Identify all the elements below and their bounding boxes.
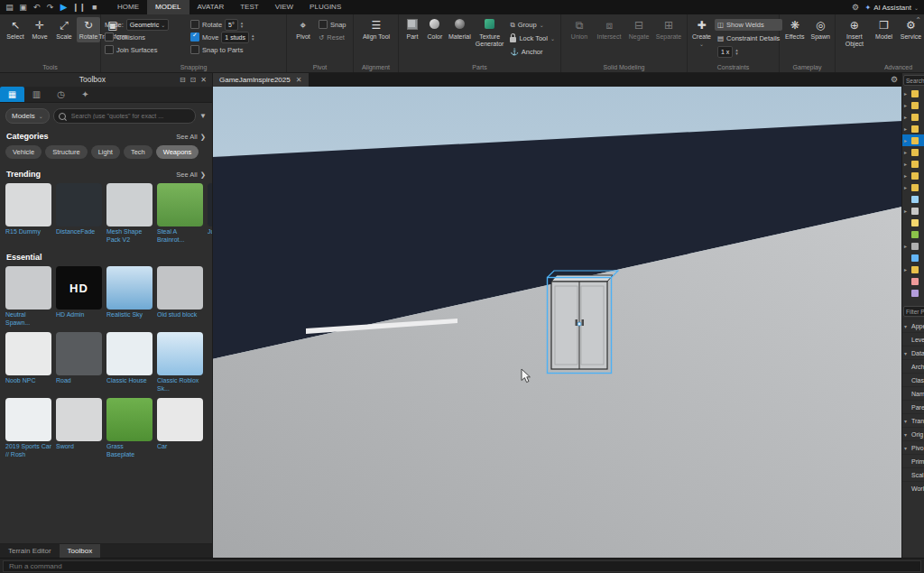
explorer-row[interactable]: ▸ <box>902 158 924 170</box>
model-button[interactable]: ❒ Model <box>873 17 896 42</box>
ai-assistant-button[interactable]: ✦ AI Assistant ⌄ <box>864 4 919 12</box>
category-pill-tech[interactable]: Tech <box>124 145 152 159</box>
expand-arrow-icon[interactable]: ▾ <box>904 418 910 424</box>
explorer-row[interactable]: ▸ <box>902 88 924 99</box>
toolbox-search-field[interactable] <box>53 108 196 124</box>
trending-item-steal-a-brainrot[interactable]: Steal A Brainrot... <box>157 183 203 245</box>
insert-object-button[interactable]: ⊕ Insert Object <box>839 17 870 49</box>
place-tab[interactable]: GameJamInspire2025 ✕ <box>212 72 309 87</box>
expand-arrow-icon[interactable]: ▸ <box>904 137 910 143</box>
dock-tab-toolbox[interactable]: Toolbox <box>60 544 101 559</box>
close-icon[interactable]: ✕ <box>200 76 207 84</box>
property-row-prim[interactable]: Prim <box>902 454 924 467</box>
expand-arrow-icon[interactable]: ▸ <box>904 102 910 108</box>
move-snap-stepper[interactable]: ▴▾ <box>252 33 254 41</box>
trending-item-distancefade[interactable]: DistanceFade <box>56 183 102 245</box>
expand-arrow-icon[interactable]: ▸ <box>904 243 910 249</box>
save-icon[interactable]: ▣ <box>18 0 28 14</box>
explorer-row[interactable]: ▸ <box>902 134 924 146</box>
union-button[interactable]: ⧉Union <box>565 17 594 42</box>
explorer-row[interactable]: ▸ <box>902 181 924 193</box>
explorer-row[interactable] <box>902 287 924 299</box>
pivot-button[interactable]: ⌖ Pivot <box>291 17 316 42</box>
spawn-button[interactable]: ◎ Spawn <box>809 17 833 42</box>
collisions-checkbox[interactable] <box>105 32 114 42</box>
property-row-appe[interactable]: ▾Appe <box>902 319 924 332</box>
expand-arrow-icon[interactable]: ▸ <box>904 125 910 132</box>
explorer-row[interactable] <box>902 193 924 205</box>
play-icon[interactable]: ▶ <box>59 0 69 14</box>
category-pill-vehicle[interactable]: Vehicle <box>5 145 42 159</box>
color-button[interactable]: Color <box>425 17 445 42</box>
float-icon[interactable]: ⊡ <box>190 76 197 84</box>
trending-item-r15-dummy[interactable]: R15 Dummy <box>5 183 51 245</box>
collapse-ribbon-icon[interactable]: ⌃ <box>915 16 921 24</box>
category-pill-structure[interactable]: Structure <box>45 145 87 159</box>
anchor-button[interactable]: ⚓ Anchor <box>507 46 558 58</box>
align-tool-button[interactable]: ☰ Align Tool <box>357 17 395 42</box>
essential-item-grass-baseplate[interactable]: Grass Baseplate <box>106 398 152 459</box>
essential-item-noob-npc[interactable]: Noob NPC <box>5 332 51 393</box>
toolbox-tab-inventory[interactable]: ▥ <box>24 87 49 102</box>
menu-tab-model[interactable]: MODEL <box>147 0 189 14</box>
essential-item-classic-house[interactable]: Classic House <box>106 332 152 393</box>
models-dropdown[interactable]: Models ⌄ <box>5 108 50 124</box>
constraint-scale-input[interactable]: 1 x <box>717 46 733 58</box>
show-welds-toggle[interactable]: ◫ Show Welds <box>715 19 782 31</box>
dock-icon[interactable]: ⊟ <box>180 76 186 84</box>
lock-tool-button[interactable]: Lock Tool ⌄ <box>507 32 558 44</box>
categories-see-all-link[interactable]: See All ❯ <box>176 133 206 141</box>
explorer-row[interactable] <box>902 275 924 287</box>
property-row-leve[interactable]: Leve <box>902 332 924 346</box>
essential-item-sword[interactable]: Sword <box>56 398 102 459</box>
explorer-row[interactable]: ▸ <box>902 146 924 158</box>
settings-gear-icon[interactable]: ⚙ <box>852 3 859 12</box>
select-button[interactable]: ↖Select <box>4 17 27 42</box>
property-row-pivo[interactable]: ▾Pivo <box>902 440 924 454</box>
effects-button[interactable]: ❋ Effects <box>783 17 807 42</box>
rotate-snap-checkbox[interactable] <box>190 20 199 29</box>
3d-scene[interactable] <box>212 87 902 559</box>
explorer-row[interactable]: ▸ <box>902 263 924 275</box>
dock-tab-terrain-editor[interactable]: Terrain Editor <box>0 544 60 559</box>
explorer-row[interactable] <box>902 228 924 240</box>
expand-arrow-icon[interactable]: ▸ <box>904 184 910 190</box>
selected-door-model[interactable] <box>548 271 619 374</box>
expand-arrow-icon[interactable]: ▾ <box>904 445 910 451</box>
property-row-data[interactable]: ▾Data <box>902 346 924 359</box>
trending-see-all-link[interactable]: See All ❯ <box>176 171 206 179</box>
property-row-pare[interactable]: Pare <box>902 400 924 413</box>
menu-tab-plugins[interactable]: PLUGINS <box>301 0 349 14</box>
menu-tab-test[interactable]: TEST <box>232 0 266 14</box>
explorer-row[interactable]: ▸ <box>902 111 924 123</box>
properties-filter-input[interactable]: Filter Pro <box>903 306 924 317</box>
essential-item-classic-roblox-sk[interactable]: Classic Roblox Sk... <box>157 332 203 393</box>
undo-icon[interactable]: ↶ <box>32 0 42 14</box>
reset-pivot-button[interactable]: ↺ Reset <box>319 32 346 42</box>
property-row-nam[interactable]: Nam <box>902 386 924 400</box>
intersect-button[interactable]: ⧈Intersect <box>595 17 624 42</box>
toolbox-titlebar[interactable]: Toolbox ⊟⊡✕ <box>0 72 212 87</box>
expand-arrow-icon[interactable]: ▸ <box>904 208 910 214</box>
snap-to-parts-checkbox[interactable] <box>190 45 199 54</box>
rotate-snap-input[interactable]: 5° <box>225 19 238 31</box>
expand-arrow-icon[interactable]: ▸ <box>904 90 910 97</box>
essential-item-hd-admin[interactable]: HDHD Admin <box>56 266 102 328</box>
menu-tab-avatar[interactable]: AVATAR <box>189 0 233 14</box>
category-pill-weapons[interactable]: Weapons <box>156 145 199 159</box>
texture-generator-button[interactable]: Texture Generator <box>475 17 505 49</box>
expand-arrow-icon[interactable]: ▸ <box>904 149 910 155</box>
move-snap-input[interactable]: 1 studs <box>221 32 249 43</box>
essential-item-neutral-spawn[interactable]: Neutral Spawn... <box>5 266 51 328</box>
trending-item-jump-ink[interactable]: Jump [INK... <box>208 183 212 245</box>
toolbox-tab-marketplace[interactable]: ▦ <box>0 87 24 102</box>
expand-arrow-icon[interactable]: ▾ <box>904 431 910 438</box>
property-row-tran[interactable]: ▾Tran <box>902 413 924 427</box>
snap-checkbox[interactable] <box>319 20 328 29</box>
move-snap-checkbox[interactable] <box>190 32 199 42</box>
property-row-clas[interactable]: Clas <box>902 373 924 386</box>
filter-icon[interactable]: ▼ <box>199 112 207 120</box>
category-pill-light[interactable]: Light <box>91 145 120 159</box>
menu-tab-home[interactable]: HOME <box>109 0 147 14</box>
app-menu-icon[interactable]: ▤ <box>5 0 14 14</box>
